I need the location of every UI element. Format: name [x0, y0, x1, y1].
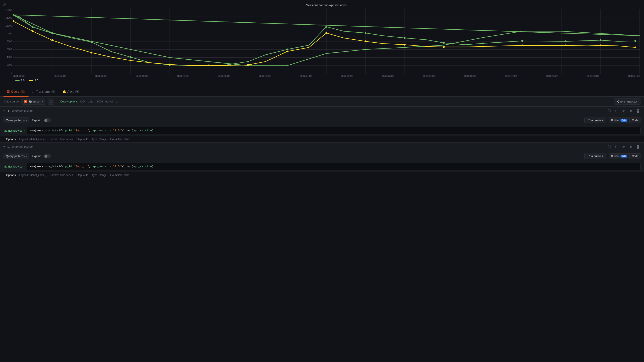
transform-tab-badge: 0	[51, 90, 56, 93]
exemplars-option-b: Exemplars: false	[110, 174, 130, 177]
svg-point-46	[90, 52, 92, 54]
type-option-b: Type: Range	[92, 174, 106, 177]
explain-label-b: Explain	[32, 154, 41, 158]
builder-button-b[interactable]: Builder Beta	[609, 153, 630, 159]
query-tab-label: Query	[11, 90, 19, 93]
options-label-b: Options	[6, 174, 16, 177]
options-chevron-a[interactable]: ›	[4, 138, 4, 140]
query-datasource-b: embrace-pull-api	[12, 145, 33, 148]
options-chevron-b[interactable]: ›	[4, 174, 4, 176]
svg-point-45	[51, 40, 53, 41]
svg-point-48	[169, 64, 170, 65]
transform-tab-icon: ⇄	[32, 90, 34, 93]
svg-point-38	[482, 42, 484, 44]
metrics-browser-row-b: Metrics browser › sum(sessions_total{app…	[0, 161, 644, 172]
builder-button-a[interactable]: Builder Beta	[609, 118, 630, 123]
options-label-a: Options	[6, 138, 16, 141]
run-queries-button-a[interactable]: Run queries	[584, 117, 606, 123]
step-option-a: Step: auto	[76, 138, 88, 141]
run-queries-button-b[interactable]: Run queries	[584, 153, 606, 159]
svg-point-47	[130, 60, 132, 61]
svg-point-41	[600, 40, 601, 41]
datasource-info-button[interactable]: ⓘ	[48, 98, 54, 105]
explain-toggle-b[interactable]	[44, 154, 51, 158]
datasource-selector[interactable]: ⊙ ${source} ▾	[21, 98, 45, 105]
metrics-browser-link-a[interactable]: Metrics browser ›	[4, 129, 25, 132]
datasource-icon: ⊙	[24, 100, 27, 103]
explain-toggle-a[interactable]	[44, 118, 51, 122]
query-inspector-button[interactable]: Query inspector	[614, 98, 640, 105]
query-tab-badge: 2	[21, 90, 25, 93]
svg-point-57	[521, 44, 523, 46]
svg-point-58	[565, 44, 566, 46]
query-controls-a: Query patterns ▾ Explain Run queries Bui…	[0, 115, 644, 125]
tab-query[interactable]: ☰ Query 2	[4, 87, 28, 96]
svg-point-56	[482, 46, 484, 48]
collapse-arrow-a[interactable]: ▾	[4, 110, 5, 112]
builder-code-btns-b: Builder Beta Code	[609, 153, 640, 159]
query-letter-a: A	[8, 109, 10, 113]
metrics-browser-chevron-b: ›	[24, 165, 25, 168]
svg-point-27	[51, 32, 53, 34]
svg-point-49	[208, 64, 210, 66]
metrics-browser-link-b[interactable]: Metrics browser ›	[4, 165, 25, 168]
query-drag-icon-a[interactable]: ⣿	[636, 108, 640, 113]
query-patterns-button-b[interactable]: Query patterns ▾	[4, 153, 29, 159]
query-header-actions-b: ⓘ ⎘ 👁 🗑 ⣿	[606, 144, 640, 149]
svg-point-29	[130, 56, 132, 58]
svg-point-42	[634, 40, 636, 42]
tab-transform[interactable]: ⇄ Transform 0	[28, 87, 59, 96]
transform-tab-label: Transform	[36, 90, 50, 93]
query-patterns-label-a: Query patterns	[6, 118, 24, 122]
svg-point-50	[247, 64, 249, 66]
query-delete-icon-a[interactable]: 🗑	[628, 108, 634, 113]
query-info-icon-b[interactable]: ⓘ	[606, 144, 612, 149]
code-button-b[interactable]: Code	[630, 153, 640, 159]
svg-point-53	[365, 40, 366, 42]
query-patterns-chevron-b: ▾	[26, 155, 27, 157]
query-controls-b: Query patterns ▾ Explain Run queries Bui…	[0, 151, 644, 161]
query-eye-icon-b[interactable]: 👁	[620, 144, 626, 149]
query-copy-icon-b[interactable]: ⎘	[614, 144, 618, 149]
svg-point-44	[32, 30, 34, 32]
query-info-icon-a[interactable]: ⓘ	[606, 108, 612, 113]
type-option-a: Type: Range	[92, 138, 106, 141]
alert-tab-label: Alert	[68, 90, 74, 93]
chart-svg	[13, 9, 640, 74]
query-header-b: ▾ B embrace-pull-api ⓘ ⎘ 👁 🗑 ⣿	[0, 142, 644, 151]
collapse-arrow-b[interactable]: ▾	[4, 145, 5, 148]
query-letter-b: B	[8, 145, 10, 148]
chart-title: Sessions for two app versions	[13, 4, 640, 7]
chart-panel: ⓘ Sessions for two app versions 16000140…	[0, 0, 644, 87]
query-drag-icon-b[interactable]: ⣿	[636, 144, 640, 149]
query-patterns-button-a[interactable]: Query patterns ▾	[4, 117, 29, 123]
legend-color-2	[29, 80, 33, 81]
svg-point-36	[404, 37, 406, 39]
query-eye-icon-a[interactable]: 👁	[620, 108, 626, 113]
metrics-browser-chevron-a: ›	[24, 130, 25, 132]
svg-point-34	[326, 26, 327, 28]
svg-point-51	[286, 50, 288, 52]
query-block-a: ▾ A embrace-pull-api ⓘ ⎘ 👁 🗑 ⣿ Query pat…	[0, 106, 644, 142]
query-datasource-a: embrace-pull-api	[12, 109, 33, 112]
query-delete-icon-b[interactable]: 🗑	[628, 144, 634, 149]
query-patterns-chevron-a: ▾	[26, 119, 27, 122]
tab-alert[interactable]: 🔔 Alert 0	[59, 87, 83, 96]
svg-point-40	[565, 40, 566, 42]
query-code-b[interactable]: sum(sessions_total{app_id="$app_id", app…	[27, 163, 640, 170]
info-icon[interactable]: ⓘ	[3, 3, 6, 7]
svg-point-54	[404, 44, 406, 46]
chart-legend: 1.0 2.0	[13, 79, 640, 82]
query-options-link[interactable]: Query options	[60, 100, 78, 103]
query-tab-icon: ☰	[7, 90, 10, 93]
query-code-a[interactable]: sum(sessions_total{app_id="$app_id", app…	[27, 127, 640, 134]
explain-label-a: Explain	[32, 118, 41, 122]
svg-point-37	[443, 42, 445, 44]
alert-tab-badge: 0	[75, 90, 79, 93]
chart-area: 1600014000120001000080006000400020000	[13, 9, 640, 74]
query-patterns-label-b: Query patterns	[6, 154, 24, 158]
code-button-a[interactable]: Code	[630, 118, 640, 123]
builder-code-btns-a: Builder Beta Code	[609, 118, 640, 123]
svg-point-39	[521, 40, 523, 42]
query-copy-icon-a[interactable]: ⎘	[614, 108, 618, 113]
